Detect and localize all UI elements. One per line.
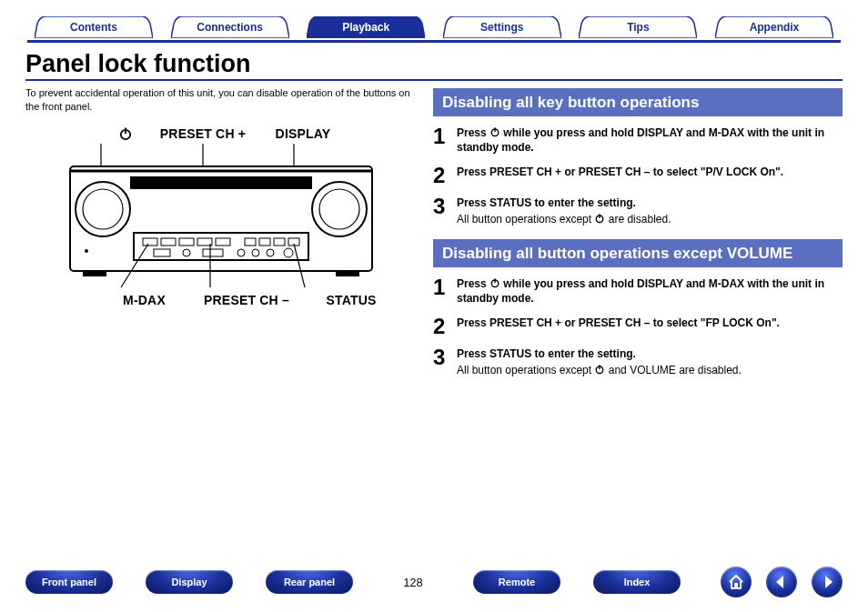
step-number: 1 (433, 125, 457, 155)
tab-playback[interactable]: Playback (307, 16, 425, 38)
label-status: STATUS (310, 293, 392, 307)
svg-rect-17 (216, 238, 230, 246)
tab-connections[interactable]: Connections (171, 16, 289, 38)
svg-point-25 (237, 249, 245, 256)
step: 3 Press STATUS to enter the setting. All… (433, 196, 843, 226)
svg-rect-15 (179, 238, 194, 246)
svg-rect-7 (130, 176, 312, 189)
title-underline (25, 79, 843, 81)
tab-label: Connections (197, 21, 263, 34)
back-icon[interactable] (766, 567, 797, 597)
svg-point-27 (267, 249, 274, 256)
step: 2 Press PRESET CH + or PRESET CH – to se… (433, 165, 843, 186)
label-display: DISPLAY (262, 126, 344, 142)
svg-rect-30 (83, 271, 106, 276)
step-text: Press PRESET CH + or PRESET CH – to sele… (457, 165, 843, 179)
device-illustration (66, 144, 376, 289)
step: 1 Press while you press and hold DISPLAY… (433, 125, 843, 155)
step: 3 Press STATUS to enter the setting. All… (433, 346, 843, 377)
svg-rect-13 (143, 238, 157, 246)
nav-front-panel[interactable]: Front panel (25, 570, 113, 594)
svg-point-29 (85, 249, 88, 253)
intro-text: To prevent accidental operation of this … (25, 86, 417, 114)
tab-tips[interactable]: Tips (579, 16, 697, 38)
svg-rect-18 (245, 238, 256, 246)
svg-point-8 (76, 182, 130, 236)
bottom-nav: Front panel Display Rear panel 128 Remot… (25, 567, 843, 597)
step-text: Press PRESET CH + or PRESET CH – to sele… (457, 316, 843, 330)
svg-point-26 (252, 249, 259, 256)
step: 1 Press while you press and hold DISPLAY… (433, 276, 843, 306)
step-number: 2 (433, 316, 457, 337)
svg-rect-14 (161, 238, 176, 246)
tab-label: Settings (480, 21, 523, 34)
tab-label: Appendix (750, 21, 800, 34)
label-preset-ch-plus: PRESET CH + (144, 126, 262, 142)
step-number: 1 (433, 276, 457, 306)
svg-rect-31 (336, 271, 359, 276)
tab-appendix[interactable]: Appendix (715, 16, 833, 38)
step-subtext: All button operations except are disable… (457, 212, 843, 226)
tab-underline (27, 40, 841, 43)
step-text: Press STATUS to enter the setting. (457, 196, 843, 210)
svg-point-28 (284, 248, 293, 257)
tab-contents[interactable]: Contents (35, 16, 153, 38)
step-number: 2 (433, 165, 457, 186)
nav-remote[interactable]: Remote (473, 570, 560, 594)
svg-rect-24 (203, 249, 223, 256)
svg-point-23 (183, 249, 190, 256)
tab-label: Playback (342, 21, 389, 34)
page-title: Panel lock function (25, 50, 843, 78)
step-number: 3 (433, 196, 457, 226)
step-text: Press STATUS to enter the setting. (457, 346, 843, 361)
step-text: Press while you press and hold DISPLAY a… (457, 125, 843, 155)
svg-rect-22 (154, 249, 170, 256)
home-icon[interactable] (721, 567, 752, 597)
tab-settings[interactable]: Settings (443, 16, 561, 38)
step: 2 Press PRESET CH + or PRESET CH – to se… (433, 316, 843, 337)
nav-rear-panel[interactable]: Rear panel (266, 570, 353, 594)
tab-label: Contents (70, 21, 117, 34)
step-number: 3 (433, 346, 457, 377)
nav-display[interactable]: Display (146, 570, 233, 594)
forward-icon[interactable] (812, 567, 843, 597)
svg-rect-20 (274, 238, 285, 246)
nav-index[interactable]: Index (593, 570, 681, 594)
page-number: 128 (386, 576, 440, 589)
step-text: Press while you press and hold DISPLAY a… (457, 276, 843, 306)
svg-rect-19 (259, 238, 270, 246)
label-preset-ch-minus: PRESET CH – (183, 293, 310, 307)
device-diagram: PRESET CH + DISPLAY (25, 126, 417, 307)
tab-label: Tips (627, 21, 649, 34)
step-subtext: All button operations except and VOLUME … (457, 363, 843, 377)
section-heading-2: Disabling all button operations except V… (433, 239, 843, 267)
section-heading-1: Disabling all key button operations (433, 88, 843, 116)
top-tabs: Contents Connections Playback Settings T… (25, 16, 843, 40)
power-icon (107, 126, 144, 142)
label-m-dax: M-DAX (106, 293, 183, 307)
svg-point-10 (312, 182, 367, 236)
